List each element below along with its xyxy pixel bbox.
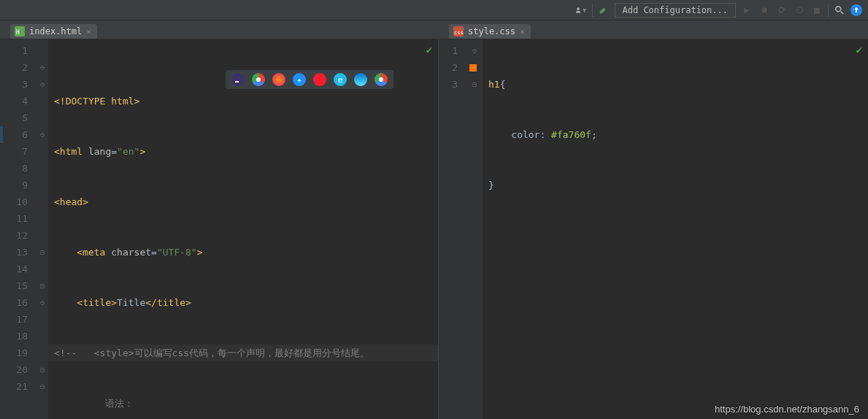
code-token: = (151, 247, 157, 258)
line-number: 3 (439, 76, 458, 93)
code-token: { (500, 79, 506, 90)
line-number: 11 (0, 210, 28, 227)
chrome-icon[interactable] (252, 73, 265, 86)
code-content[interactable]: <!DOCTYPE html> <html lang="en"> <head> … (48, 39, 438, 419)
top-toolbar: ▾ Add Configuration... ▶ ⟳ ⏲ ■ (0, 0, 868, 20)
safari-icon[interactable]: ✦ (293, 73, 306, 86)
search-icon[interactable] (833, 4, 846, 17)
line-number: 5 (0, 109, 28, 126)
line-number: 1 (0, 42, 28, 59)
code-token: #fa760f (551, 129, 591, 140)
opera-icon[interactable] (313, 73, 326, 86)
code-token: </title> (145, 297, 191, 308)
line-number: 8 (0, 160, 28, 177)
code-token: <title> (77, 297, 117, 308)
user-icon[interactable]: ▾ (575, 4, 588, 17)
editor-right[interactable]: ✔ 1 2 3 ⊖ ⊟ h1{ color: #fa760f; } (439, 39, 868, 419)
tab-style-css[interactable]: css style.css × (449, 24, 531, 39)
code-token: charset (111, 247, 151, 258)
code-token: 语法： (105, 398, 134, 409)
firefox-icon[interactable] (272, 73, 285, 86)
watermark-text: https://blog.csdn.net/zhangsann_6 (715, 404, 859, 415)
line-number: 1 (439, 42, 458, 59)
fold-column: ⊖⊖ ⊖ ⊟⊟ ⊖⊟⊟ (37, 39, 48, 419)
svg-rect-7 (234, 75, 242, 84)
html-file-icon: H (15, 26, 25, 36)
browser-preview-toolbar: ✦ e (226, 70, 393, 89)
code-token: h1 (488, 79, 500, 90)
code-token: <!DOCTYPE html> (54, 96, 139, 107)
intellij-icon[interactable] (231, 73, 245, 86)
code-token: : (539, 129, 551, 140)
line-number: 19 (0, 345, 28, 361)
code-token: = (111, 146, 117, 157)
code-token: } (488, 180, 494, 191)
line-number: 20 (0, 361, 28, 378)
tab-label: style.css (468, 26, 515, 36)
line-number: 21 (0, 378, 28, 395)
code-token: color (511, 129, 539, 140)
close-icon[interactable]: × (86, 27, 91, 36)
toolbar-separator (592, 4, 593, 17)
svg-rect-8 (235, 81, 239, 82)
tab-index-html[interactable]: H index.html × (10, 24, 97, 39)
tab-label: index.html (29, 26, 82, 36)
editor-tabs-row: H index.html × css style.css × (0, 20, 868, 39)
code-token: Title (117, 297, 145, 308)
code-token: 可以编写css代码，每一个声明，最好都是用分号结尾。 (134, 347, 369, 358)
line-gutter: 1 2 3 4 5 6 7 8 9 10 11 12 13 14 15 16 1… (0, 39, 37, 419)
css-file-icon: css (453, 26, 464, 36)
line-number: 13 (0, 244, 28, 261)
line-number: 7 (0, 143, 28, 160)
coverage-icon[interactable]: ⟳ (775, 4, 788, 17)
color-swatch-icon[interactable] (469, 64, 477, 72)
code-token: > (197, 247, 203, 258)
line-number: 4 (0, 93, 28, 109)
line-number: 14 (0, 261, 28, 277)
code-token: > (139, 146, 145, 157)
line-number: 15 (0, 277, 28, 294)
code-token: lang (88, 146, 111, 157)
line-number: 17 (0, 311, 28, 328)
close-icon[interactable]: × (520, 27, 525, 36)
svg-text:css: css (454, 30, 464, 36)
code-token: <html (54, 146, 88, 157)
line-number: 10 (0, 193, 28, 210)
line-number: 16 (0, 294, 28, 311)
debug-icon[interactable] (758, 4, 771, 17)
chrome-icon-2[interactable] (375, 73, 388, 86)
editors-split: ✔ ✦ e 1 2 3 4 5 6 7 8 9 10 11 (0, 39, 868, 419)
line-number: 9 (0, 177, 28, 193)
code-token: "en" (117, 146, 139, 157)
code-token: <!-- <style> (54, 347, 134, 358)
line-number: 3 (0, 76, 28, 93)
code-token: <meta (77, 247, 111, 258)
toolbar-separator (828, 4, 829, 17)
fold-column: ⊖ ⊟ (466, 39, 483, 419)
line-number: 12 (0, 227, 28, 244)
line-number: 2 (0, 59, 28, 76)
code-token: "UTF-8" (157, 247, 197, 258)
line-gutter: 1 2 3 (439, 39, 466, 419)
line-number: 2 (439, 59, 458, 76)
code-content[interactable]: h1{ color: #fa760f; } (483, 39, 868, 419)
line-number: 6 (0, 126, 28, 143)
line-number: 18 (0, 328, 28, 345)
profiler-icon[interactable]: ⏲ (793, 4, 806, 17)
stop-icon[interactable]: ■ (810, 4, 823, 17)
code-token: <head> (54, 196, 88, 207)
update-icon[interactable] (850, 4, 862, 16)
svg-point-1 (836, 6, 841, 11)
run-configuration-selector[interactable]: Add Configuration... (615, 3, 737, 18)
svg-line-2 (841, 11, 844, 14)
edge-icon[interactable] (354, 73, 367, 86)
ie-icon[interactable]: e (334, 73, 347, 86)
editor-left[interactable]: ✔ ✦ e 1 2 3 4 5 6 7 8 9 10 11 (0, 39, 439, 419)
svg-text:H: H (16, 29, 20, 36)
hammer-build-icon[interactable] (597, 4, 610, 17)
run-icon[interactable]: ▶ (740, 4, 753, 17)
code-token: ; (591, 129, 597, 140)
svg-point-0 (762, 7, 767, 12)
